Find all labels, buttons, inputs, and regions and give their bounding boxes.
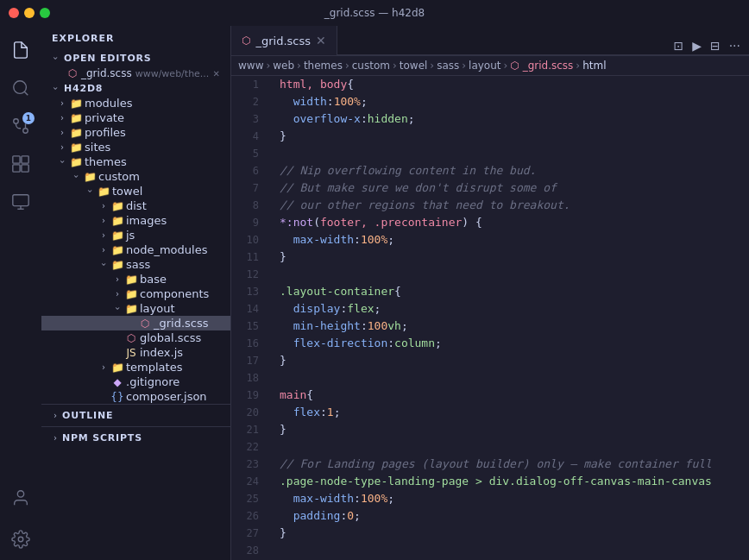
- sidebar-item-index-js[interactable]: JS index.js: [41, 345, 230, 360]
- root-chevron: [48, 84, 62, 93]
- more-actions-icon[interactable]: ···: [727, 37, 742, 54]
- line-num: 15: [231, 318, 266, 335]
- code-line: }: [280, 249, 749, 266]
- code-line: *:not(footer, .precontainer) {: [280, 214, 749, 231]
- sidebar-item-custom[interactable]: 📁 custom: [41, 169, 230, 184]
- sidebar-item-gitignore[interactable]: ◆ .gitignore: [41, 374, 230, 389]
- tab-label: _grid.scss: [255, 35, 311, 47]
- svg-point-2: [23, 129, 28, 134]
- sidebar-item-sites[interactable]: 📁 sites: [41, 140, 230, 154]
- svg-rect-7: [13, 165, 20, 172]
- files-activity-icon[interactable]: [3, 33, 38, 67]
- sidebar-item-node-modules[interactable]: 📁 node_modules: [41, 242, 230, 257]
- sidebar-item-templates[interactable]: 📁 templates: [41, 360, 230, 374]
- line-num: 17: [231, 352, 266, 369]
- root-folder-header[interactable]: H42D8: [41, 81, 230, 96]
- breadcrumb-web[interactable]: web: [273, 60, 294, 72]
- line-num: 2: [231, 93, 266, 110]
- source-control-activity-icon[interactable]: 1: [3, 109, 38, 143]
- editor-area: ⬡ _grid.scss ✕ ⊡ ▶ ⊟ ··· www › web › the…: [231, 26, 749, 560]
- breadcrumb-themes[interactable]: themes: [304, 60, 343, 72]
- code-line: [280, 145, 749, 162]
- breadcrumb-file[interactable]: ⬡ _grid.scss: [510, 60, 573, 72]
- json-file-icon: {}: [110, 391, 124, 403]
- tab-close-icon[interactable]: ✕: [316, 34, 326, 47]
- sidebar-item-images[interactable]: 📁 images: [41, 213, 230, 228]
- tab-grid-scss[interactable]: ⬡ _grid.scss ✕: [231, 25, 337, 55]
- svg-rect-8: [22, 165, 28, 172]
- folder-icon: 📁: [110, 259, 124, 271]
- code-line: .layout-container {: [280, 283, 749, 300]
- close-editor-icon[interactable]: ✕: [213, 69, 220, 79]
- sidebar-item-sass[interactable]: 📁 sass: [41, 257, 230, 272]
- code-line: [280, 542, 749, 559]
- sidebar-item-components[interactable]: 📁 components: [41, 286, 230, 301]
- line-num: 9: [231, 214, 266, 231]
- code-line: max-width: 100%;: [280, 231, 749, 249]
- code-line: // Nip overflowing content in the bud.: [280, 162, 749, 179]
- sidebar-item-composer-json[interactable]: {} composer.json: [41, 389, 230, 404]
- folder-icon: 📁: [69, 112, 83, 124]
- folder-name: base: [140, 273, 167, 286]
- sidebar-item-global-scss[interactable]: ⬡ global.scss: [41, 330, 230, 345]
- root-folder-label: H42D8: [64, 83, 103, 94]
- chevron: [110, 274, 124, 284]
- run-icon[interactable]: ▶: [690, 37, 703, 54]
- code-line: padding: 0;: [280, 507, 749, 525]
- open-editor-item[interactable]: ⬡ _grid.scss www/web/the... ✕: [41, 66, 230, 81]
- code-line: // For Landing pages (layout builder) on…: [280, 456, 749, 473]
- extensions-activity-icon[interactable]: [3, 147, 38, 181]
- breadcrumb-www[interactable]: www: [238, 60, 263, 72]
- minimize-button[interactable]: [24, 8, 35, 18]
- folder-name: layout: [140, 302, 175, 315]
- sidebar-item-dist[interactable]: 📁 dist: [41, 198, 230, 213]
- maximize-button[interactable]: [40, 8, 50, 18]
- close-button[interactable]: [9, 8, 19, 18]
- folder-icon: 📁: [69, 127, 83, 139]
- themes-chevron: [55, 157, 69, 167]
- breadcrumb-layout[interactable]: layout: [469, 60, 500, 72]
- chevron: [97, 362, 110, 372]
- sidebar-item-grid-scss[interactable]: ⬡ _grid.scss: [41, 316, 230, 330]
- sidebar-item-private[interactable]: 📁 private: [41, 110, 230, 125]
- breadcrumb-sass[interactable]: sass: [437, 60, 459, 72]
- line-num: 1: [231, 76, 266, 93]
- split-editor-icon[interactable]: ⊡: [671, 37, 685, 54]
- accounts-activity-icon[interactable]: [3, 481, 38, 515]
- profiles-chevron: [55, 128, 69, 137]
- line-numbers: 1 2 3 4 5 6 7 8 9 10 11 12 13 14 15 16 1…: [231, 76, 273, 560]
- breadcrumb-symbol[interactable]: html: [582, 60, 606, 72]
- js-file-icon: JS: [124, 347, 138, 359]
- line-num: 7: [231, 179, 266, 197]
- sass-chevron: [97, 260, 110, 269]
- code-line: [280, 438, 749, 456]
- sidebar-item-base[interactable]: 📁 base: [41, 272, 230, 286]
- sidebar-item-modules[interactable]: 📁 modules: [41, 96, 230, 110]
- sidebar-item-js[interactable]: 📁 js: [41, 228, 230, 242]
- line-num: 10: [231, 231, 266, 249]
- code-line: main {: [280, 387, 749, 404]
- sidebar-item-layout[interactable]: 📁 layout: [41, 301, 230, 316]
- sidebar-item-themes[interactable]: 📁 themes: [41, 154, 230, 169]
- sidebar-item-towel[interactable]: 📁 towel: [41, 184, 230, 198]
- svg-point-3: [14, 119, 19, 124]
- code-content[interactable]: html, body { width: 100%; overflow-x: hi…: [273, 76, 749, 560]
- breadcrumb-towel[interactable]: towel: [400, 60, 428, 72]
- sidebar-item-profiles[interactable]: 📁 profiles: [41, 125, 230, 140]
- panels-icon[interactable]: ⊟: [708, 37, 722, 54]
- outline-header[interactable]: Outline: [41, 408, 230, 423]
- sep: ›: [393, 60, 397, 72]
- window-controls[interactable]: [9, 8, 50, 18]
- settings-activity-icon[interactable]: [3, 522, 38, 557]
- npm-header[interactable]: NPM Scripts: [41, 431, 230, 445]
- remote-activity-icon[interactable]: [3, 185, 38, 219]
- line-num: 18: [231, 369, 266, 387]
- folder-name: themes: [85, 155, 127, 168]
- svg-line-1: [24, 91, 28, 95]
- code-editor[interactable]: 1 2 3 4 5 6 7 8 9 10 11 12 13 14 15 16 1…: [231, 76, 749, 560]
- folder-icon: 📁: [69, 98, 83, 110]
- breadcrumb-custom[interactable]: custom: [352, 60, 390, 72]
- svg-rect-5: [13, 156, 20, 163]
- search-activity-icon[interactable]: [3, 71, 38, 105]
- open-editors-header[interactable]: Open Editors: [41, 51, 230, 66]
